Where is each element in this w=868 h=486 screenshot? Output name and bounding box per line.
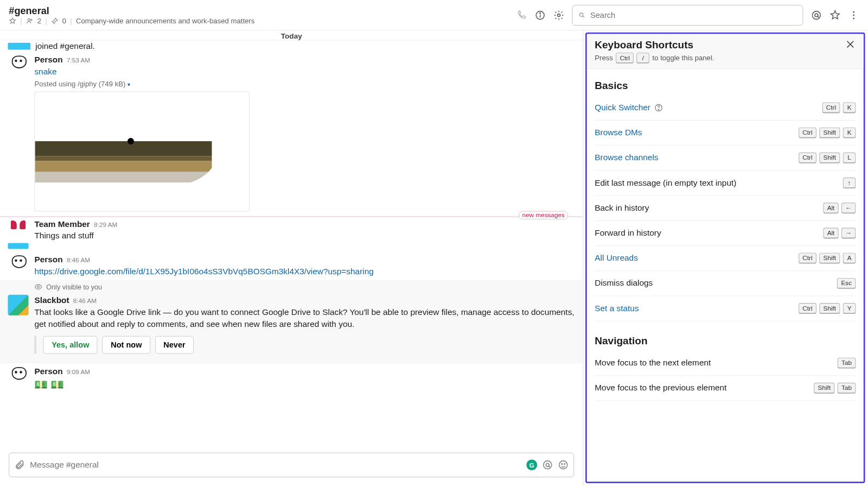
author-name[interactable]: Team Member: [34, 218, 90, 230]
eye-icon: [34, 283, 42, 291]
shortcut-label[interactable]: Quick Switcher: [595, 103, 650, 112]
message-pane: Today joined #general. Person 7:53 AM sn…: [0, 30, 583, 486]
avatar[interactable]: [8, 54, 28, 75]
channel-topic[interactable]: Company-wide announcements and work-base…: [76, 17, 254, 24]
keycap: Shift: [819, 303, 840, 314]
keycap: Alt: [823, 203, 838, 213]
members-count[interactable]: 2: [37, 17, 41, 24]
avatar[interactable]: [8, 365, 28, 386]
shortcut-row: Dismiss dialogs Esc: [595, 271, 856, 296]
timestamp[interactable]: 8:29 AM: [94, 220, 117, 229]
channel-name[interactable]: #general: [9, 5, 254, 17]
keycap: Shift: [819, 253, 840, 264]
avatar[interactable]: [8, 218, 28, 239]
svg-point-1: [30, 19, 32, 21]
call-icon[interactable]: [516, 10, 527, 21]
close-icon[interactable]: [845, 39, 856, 50]
attach-icon[interactable]: [14, 459, 25, 470]
mentions-icon[interactable]: [811, 10, 822, 21]
svg-point-18: [564, 464, 565, 465]
shortcut-row: All Unreads CtrlShiftA: [595, 246, 856, 271]
shortcut-keys: Esc: [837, 278, 856, 289]
author-name[interactable]: Slackbot: [34, 295, 69, 307]
badge-icon: [8, 43, 30, 50]
section-title-basics: Basics: [595, 80, 856, 92]
day-divider: Today: [0, 30, 583, 40]
svg-line-7: [583, 16, 584, 17]
svg-point-8: [812, 11, 820, 19]
attachment-meta[interactable]: Posted using /giphy (749 kB)▾: [34, 79, 250, 89]
keycap: Ctrl: [799, 303, 816, 314]
timestamp[interactable]: 9:09 AM: [67, 368, 90, 376]
keycap: →: [841, 228, 856, 238]
message-text: Things and stuff: [34, 230, 117, 242]
search-input[interactable]: [590, 10, 797, 19]
search-box[interactable]: [572, 5, 803, 26]
svg-point-4: [540, 12, 541, 14]
mention-icon[interactable]: [542, 459, 553, 470]
keycap: Alt: [823, 228, 838, 238]
timestamp[interactable]: 8:46 AM: [73, 297, 97, 306]
new-messages-label: new messages: [519, 211, 568, 219]
badge-icon: [8, 243, 28, 249]
shortcut-label: Move focus to the previous element: [595, 383, 726, 393]
message-link[interactable]: https://drive.google.com/file/d/1LX95Jy1…: [34, 267, 373, 276]
image-preview[interactable]: [34, 91, 250, 211]
allow-button[interactable]: Yes, allow: [43, 336, 98, 354]
message-composer[interactable]: G: [9, 453, 574, 477]
svg-point-10: [853, 11, 854, 12]
keycap: Shift: [814, 383, 834, 394]
author-name[interactable]: Person: [34, 54, 62, 66]
svg-point-0: [28, 18, 30, 21]
shortcut-label[interactable]: All Unreads: [595, 254, 638, 263]
emoji-icon[interactable]: [558, 459, 569, 470]
author-name[interactable]: Person: [34, 254, 62, 266]
star-icon[interactable]: [9, 17, 16, 24]
keycap: K: [843, 128, 856, 138]
channel-header: #general | 2 | 0 | Company-wide announce…: [0, 0, 868, 30]
more-icon[interactable]: [848, 10, 859, 21]
svg-point-12: [853, 17, 854, 19]
shortcut-label[interactable]: Browse DMs: [595, 128, 642, 138]
timestamp[interactable]: 8:46 AM: [67, 256, 90, 264]
svg-point-13: [37, 286, 40, 288]
author-name[interactable]: Person: [34, 365, 62, 377]
svg-point-22: [659, 109, 659, 110]
avatar[interactable]: [8, 254, 28, 274]
keycap: L: [843, 153, 856, 163]
message: Team Member 8:29 AM Things and stuff: [0, 217, 583, 252]
help-icon[interactable]: [654, 103, 663, 112]
shortcut-keys: CtrlShiftA: [799, 253, 856, 264]
keycap: Y: [843, 303, 856, 314]
svg-point-11: [853, 14, 854, 16]
shortcut-label: Edit last message (in empty text input): [595, 178, 736, 188]
channel-meta: | 2 | 0 | Company-wide announcements and…: [9, 17, 254, 24]
never-button[interactable]: Never: [155, 336, 194, 354]
keycap: /: [637, 53, 650, 64]
shortcut-label: Forward in history: [595, 228, 661, 238]
search-icon: [578, 11, 585, 18]
settings-icon[interactable]: [553, 10, 564, 21]
timestamp[interactable]: 7:53 AM: [67, 56, 90, 65]
keycap: Ctrl: [799, 153, 816, 163]
shortcut-row: Edit last message (in empty text input) …: [595, 171, 856, 195]
star-channel-icon[interactable]: [829, 10, 840, 21]
keycap: Ctrl: [822, 102, 840, 113]
pin-count[interactable]: 0: [62, 17, 66, 24]
composer-input[interactable]: [30, 460, 521, 470]
shortcut-label[interactable]: Browse channels: [595, 153, 658, 163]
not-now-button[interactable]: Not now: [103, 336, 150, 354]
info-icon[interactable]: [535, 10, 546, 21]
slackbot-avatar[interactable]: [8, 295, 28, 315]
shortcut-row: Browse DMs CtrlShiftK: [595, 121, 856, 146]
shortcut-row: Quick Switcher CtrlK: [595, 96, 856, 121]
shortcut-keys: Tab: [838, 358, 856, 369]
pin-icon[interactable]: [51, 17, 59, 24]
grammarly-icon[interactable]: G: [526, 459, 537, 470]
message-link[interactable]: snake: [34, 67, 56, 76]
shortcut-label[interactable]: Set a status: [595, 304, 639, 313]
svg-point-16: [559, 461, 567, 469]
shortcut-label: Move focus to the next element: [595, 358, 711, 368]
members-icon[interactable]: [26, 17, 34, 24]
section-title-navigation: Navigation: [595, 335, 856, 347]
